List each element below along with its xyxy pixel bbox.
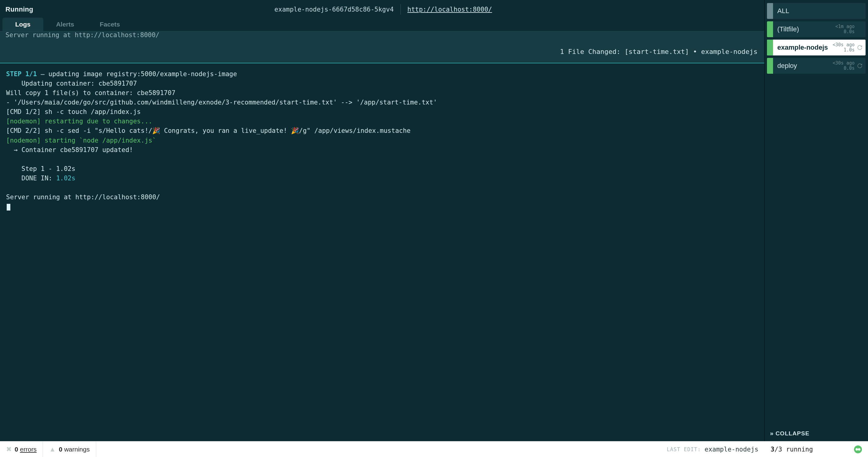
tab-logs[interactable]: Logs xyxy=(2,18,43,31)
resource-label: (Tiltfile) xyxy=(773,25,835,33)
file-changed-bar: 1 File Changed: [start-time.txt] • examp… xyxy=(0,40,764,63)
pod-id: example-nodejs-6667d58c86-5kgv4 xyxy=(275,6,394,13)
log-line: [nodemon] starting `node /app/index.js` xyxy=(6,136,758,145)
log-line: DONE IN: 1.02s xyxy=(6,174,758,183)
resource-label: deploy xyxy=(773,62,833,70)
log-area: Server running at http://localhost:8000/… xyxy=(0,31,764,441)
status-bar: ✖ 0 errors ▲ 0 warnings LAST EDIT: examp… xyxy=(0,441,868,457)
resource-item[interactable]: deploy<30s ago0.0s xyxy=(767,58,866,74)
log-line: - '/Users/maia/code/go/src/github.com/wi… xyxy=(6,98,758,107)
resource-item[interactable]: example-nodejs<30s ago1.0s xyxy=(767,39,866,55)
resource-meta: <30s ago0.0s xyxy=(833,61,857,71)
errors-cell[interactable]: ✖ 0 errors xyxy=(0,441,43,457)
running-done: 3 xyxy=(771,446,775,453)
resource-label: example-nodejs xyxy=(773,44,833,52)
tabs-row: LogsAlertsFacets xyxy=(0,18,764,31)
running-label: running xyxy=(786,446,813,453)
collapse-label: COLLAPSE xyxy=(775,430,809,437)
header-bar: Running example-nodejs-6667d58c86-5kgv4 … xyxy=(0,0,764,18)
warnings-cell[interactable]: ▲ 0 warnings xyxy=(43,441,96,457)
log-body[interactable]: STEP 1/1 — updating image registry:5000/… xyxy=(0,63,764,441)
warning-icon: ▲ xyxy=(49,446,56,453)
status-indicator xyxy=(767,3,773,19)
log-line xyxy=(6,183,758,193)
endpoint-link[interactable]: http://localhost:8000/ xyxy=(407,6,492,13)
errors-label: errors xyxy=(20,446,37,453)
resource-meta: <30s ago1.0s xyxy=(833,42,857,53)
error-icon: ✖ xyxy=(6,446,11,453)
resource-item[interactable]: ALL xyxy=(767,3,866,19)
last-edit-cell: LAST EDIT: example-nodejs xyxy=(96,441,765,457)
resource-sidebar: ALL(Tiltfile)<1m ago0.0sexample-nodejs<3… xyxy=(765,0,868,441)
log-line: Will copy 1 file(s) to container: cbe589… xyxy=(6,88,758,98)
log-line: [CMD 2/2] sh -c sed -i "s/Hello cats!/🎉 … xyxy=(6,126,758,136)
log-line: Server running at http://localhost:8000/ xyxy=(6,193,758,202)
chevron-right-icon: » xyxy=(770,430,772,437)
status-indicator xyxy=(767,39,773,55)
log-line: Step 1 - 1.02s xyxy=(6,164,758,174)
tab-facets[interactable]: Facets xyxy=(87,18,133,31)
resource-item[interactable]: (Tiltfile)<1m ago0.0s xyxy=(767,21,866,37)
warnings-count: 0 xyxy=(59,446,62,453)
resource-meta: <1m ago0.0s xyxy=(835,24,857,35)
status-label: Running xyxy=(5,5,33,13)
last-edit-value: example-nodejs xyxy=(705,446,758,453)
running-cell: 3/3 running xyxy=(765,441,868,457)
status-indicator xyxy=(767,21,773,37)
truncated-log-line: Server running at http://localhost:8000/ xyxy=(0,31,764,40)
log-line: STEP 1/1 — updating image registry:5000/… xyxy=(6,69,758,79)
log-line: [nodemon] restarting due to changes... xyxy=(6,117,758,126)
log-line: [CMD 1/2] sh -c touch /app/index.js xyxy=(6,107,758,117)
log-line: Updating container: cbe5891707 xyxy=(6,79,758,88)
main-pane: Running example-nodejs-6667d58c86-5kgv4 … xyxy=(0,0,765,441)
refresh-icon[interactable] xyxy=(857,45,863,50)
last-edit-label: LAST EDIT: xyxy=(667,446,701,452)
collapse-button[interactable]: » COLLAPSE xyxy=(765,426,868,441)
status-indicator xyxy=(767,58,773,74)
resource-list: ALL(Tiltfile)<1m ago0.0sexample-nodejs<3… xyxy=(765,0,868,76)
cursor-icon xyxy=(7,204,10,210)
log-line xyxy=(6,155,758,164)
tab-alerts[interactable]: Alerts xyxy=(43,18,87,31)
warnings-label: warnings xyxy=(64,446,90,453)
tilt-logo-icon[interactable] xyxy=(854,446,862,453)
resource-label: ALL xyxy=(773,7,857,15)
refresh-icon[interactable] xyxy=(857,63,863,68)
running-total: 3 xyxy=(778,446,782,453)
log-line: → Container cbe5891707 updated! xyxy=(6,145,758,155)
errors-count: 0 xyxy=(14,446,18,453)
header-info: example-nodejs-6667d58c86-5kgv4 http://l… xyxy=(275,4,492,15)
divider-icon xyxy=(401,4,401,15)
